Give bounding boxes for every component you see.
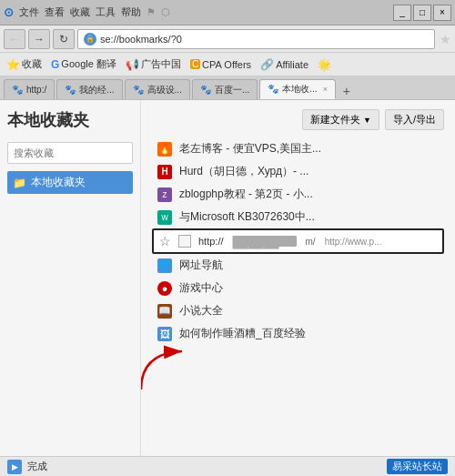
status-text: 完成 [27, 460, 47, 473]
bm-cpa-label: CPA Offers [202, 59, 251, 70]
sidebar: 本地收藏夹 📁 本地收藏夹 [0, 100, 141, 456]
drag-cursor-icon: ☆ [159, 234, 171, 248]
new-tab-button[interactable]: + [338, 83, 356, 99]
bm-adchina[interactable]: 📢 广告中国 [123, 57, 184, 71]
tab-favicon-4: 🐾 [268, 84, 278, 95]
bm-extra[interactable]: 🌟 [315, 58, 334, 71]
bookmark-text-8: 如何制作睡酒糟_百度经验 [179, 326, 439, 341]
bookmark-favicon-2: z [157, 187, 172, 202]
search-input[interactable] [7, 142, 133, 164]
tab-4[interactable]: 🐾 本地收... × [259, 79, 336, 99]
bookmark-item-0[interactable]: 🔥 老左博客 - 便宜VPS,美国主... [152, 137, 444, 160]
bookmark-favicon-3: w [157, 210, 172, 225]
bm-favorites-label: 收藏 [22, 57, 42, 71]
bookmark-text-7: 小说大全 [179, 303, 439, 319]
bookmark-favicon-7: 📖 [157, 304, 172, 319]
folder-icon: 📁 [13, 177, 26, 189]
tab-2[interactable]: 🐾 高级设... [125, 79, 190, 99]
status-bar: ▶ 完成 易采站长站 [0, 456, 455, 476]
close-button[interactable]: × [433, 5, 451, 21]
bookmark-item-5[interactable]: 🌐 网址导航 [152, 254, 444, 277]
bookmark-item-7[interactable]: 📖 小说大全 [152, 299, 444, 322]
tab-3[interactable]: 🐾 百度一... [192, 79, 258, 99]
tab-close-4[interactable]: × [323, 85, 328, 94]
new-folder-button[interactable]: 新建文件夹 ▼ [302, 109, 379, 130]
bm-adchina-label: 广告中国 [141, 57, 181, 71]
affiliate-icon: 🔗 [260, 58, 274, 71]
menu-tools[interactable]: 工具 [96, 5, 116, 19]
tab-favicon-2: 🐾 [133, 85, 144, 96]
google-icon: G [51, 58, 59, 71]
bookmark-favicon-8: 🖼 [157, 327, 172, 341]
tab-favicon-0: 🐾 [12, 85, 23, 96]
status-left: ▶ 完成 [7, 460, 47, 474]
tab-0[interactable]: 🐾 http:/ [4, 79, 55, 99]
bm-affiliate-label: Affiliate [276, 59, 308, 70]
tab-favicon-3: 🐾 [200, 85, 211, 96]
maximize-button[interactable]: □ [413, 5, 431, 21]
bm-extra-icon: 🌟 [318, 58, 331, 71]
forward-button[interactable]: → [28, 29, 50, 49]
play-button[interactable]: ▶ [7, 460, 22, 474]
tab-label-2: 高级设... [147, 84, 182, 96]
dropdown-arrow-icon: ▼ [363, 116, 371, 125]
bookmarks-bar: ⭐ 收藏 G Google 翻译 📢 广告中国 C CPA Offers 🔗 A… [0, 53, 455, 76]
bm-affiliate[interactable]: 🔗 Affiliate [258, 58, 311, 71]
bm-favorites[interactable]: ⭐ 收藏 [4, 57, 45, 71]
tab-label-4: 本地收... [282, 83, 317, 96]
sidebar-item-label: 本地收藏夹 [31, 175, 86, 190]
content-area: 新建文件夹 ▼ 导入/导出 🔥 老左博客 - 便宜VPS,美国主... H Hu… [141, 100, 455, 456]
bookmark-text-6: 游戏中心 [179, 280, 439, 296]
bookmark-text-1: Hurd（胡日德，Хурд）- ... [179, 164, 439, 179]
bookmark-favicon-1: H [157, 165, 172, 179]
tab-1[interactable]: 🐾 我的经... [56, 79, 122, 99]
title-bar: ⊙ 文件 查看 收藏 工具 帮助 ⚑ ⬡ _ □ × [0, 0, 455, 25]
sidebar-item-local-favorites[interactable]: 📁 本地收藏夹 [7, 171, 133, 194]
bookmark-item-6[interactable]: ● 游戏中心 [152, 277, 444, 299]
star-icon: ⭐ [6, 58, 20, 71]
bookmark-favicon-5: 🌐 [157, 258, 172, 273]
browser-icon-2: ⬡ [161, 6, 170, 18]
window-controls: _ □ × [393, 5, 451, 21]
new-folder-label: 新建文件夹 [310, 113, 360, 127]
bookmark-item-8[interactable]: 🖼 如何制作睡酒糟_百度经验 [152, 322, 444, 345]
bookmark-text-3: 与Microsoft KB3072630中... [179, 209, 439, 225]
title-bar-menu: ⊙ 文件 查看 收藏 工具 帮助 ⚑ ⬡ [4, 5, 170, 19]
nav-bar: ← → ↻ 🔒 se://bookmarks/?0 ★ [0, 25, 455, 53]
tab-favicon-1: 🐾 [65, 85, 76, 96]
bookmark-favicon-0: 🔥 [157, 142, 172, 157]
censored-url: ██████ [233, 236, 297, 247]
watermark-badge: 易采站长站 [387, 459, 448, 474]
menu-help[interactable]: 帮助 [121, 5, 141, 19]
menu-file[interactable]: 文件 [19, 5, 39, 19]
tab-label-1: 我的经... [79, 84, 114, 96]
bm-google-label: Google 翻译 [61, 57, 116, 71]
refresh-button[interactable]: ↻ [53, 29, 75, 49]
bookmark-url-text: http:// [198, 236, 224, 247]
browser-logo: ⊙ [4, 5, 14, 19]
bookmark-text-5: 网址导航 [179, 258, 439, 273]
bookmark-item-2[interactable]: z zblogphp教程 - 第2页 - 小... [152, 183, 444, 206]
content-header: 新建文件夹 ▼ 导入/导出 [152, 109, 444, 130]
bm-cpa[interactable]: C CPA Offers [187, 59, 254, 70]
minimize-button[interactable]: _ [393, 5, 411, 21]
tab-label-0: http:/ [26, 85, 46, 95]
bm-google-translate[interactable]: G Google 翻译 [48, 57, 119, 71]
adchina-icon: 📢 [126, 58, 139, 71]
back-button[interactable]: ← [4, 29, 25, 49]
menu-view[interactable]: 查看 [45, 5, 65, 19]
bookmark-url-preview: http://www.p... [325, 237, 382, 247]
address-text: se://bookmarks/?0 [100, 34, 182, 45]
bookmark-item-3[interactable]: w 与Microsoft KB3072630中... [152, 206, 444, 228]
import-export-label: 导入/导出 [393, 114, 436, 125]
address-bar[interactable]: 🔒 se://bookmarks/?0 [77, 29, 435, 49]
bookmark-text-2: zblogphp教程 - 第2页 - 小... [179, 187, 439, 202]
tab-label-3: 百度一... [215, 84, 249, 96]
bookmark-item-4[interactable]: ☆ http:// ██████ m/ http://www.p... [152, 228, 444, 254]
bookmark-item-1[interactable]: H Hurd（胡日德，Хурд）- ... [152, 160, 444, 183]
favorite-star[interactable]: ★ [440, 32, 451, 46]
bookmark-favicon-6: ● [157, 281, 172, 296]
menu-favorites[interactable]: 收藏 [70, 5, 90, 19]
main-area: 本地收藏夹 📁 本地收藏夹 新建文件夹 ▼ 导入/导出 🔥 老左博客 - 便宜V… [0, 100, 455, 456]
import-export-button[interactable]: 导入/导出 [385, 109, 444, 130]
